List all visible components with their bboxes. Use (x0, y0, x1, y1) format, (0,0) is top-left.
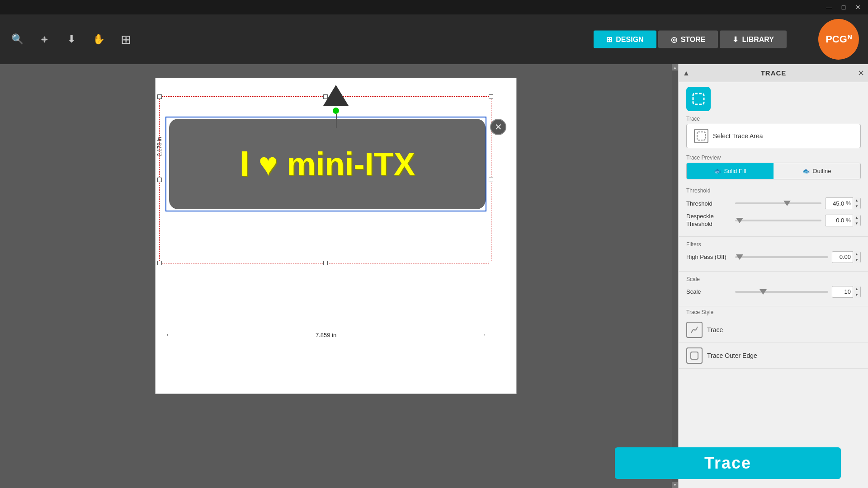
scale-thumb[interactable] (760, 289, 767, 295)
rotate-line (336, 114, 337, 128)
handle-tl[interactable] (157, 94, 162, 99)
scale-section-label: Scale (686, 276, 861, 282)
canvas-area: 2.178 in I ♥ mini-ITX ✕ ← 7.859 in (0, 64, 678, 488)
handle-tr[interactable] (489, 94, 493, 99)
scroll-up-button[interactable]: ▲ (672, 64, 678, 70)
image-close-button[interactable]: ✕ (490, 119, 506, 135)
rotate-handle[interactable] (333, 108, 339, 114)
hand-nav-button[interactable]: ✋ (89, 29, 108, 49)
search-icon: 🔍 (11, 33, 24, 45)
panel-collapse-button[interactable]: ▲ (683, 69, 690, 77)
tab-store[interactable]: ◎ STORE (658, 31, 718, 48)
high-pass-up-button[interactable]: ▲ (853, 251, 860, 257)
trace-button[interactable]: Trace (615, 447, 841, 479)
despeckle-unit: % (846, 217, 853, 224)
threshold-value-box: 45.0 % ▲ ▼ (825, 197, 861, 209)
main-area: 2.178 in I ♥ mini-ITX ✕ ← 7.859 in (0, 64, 868, 488)
threshold-down-button[interactable]: ▼ (853, 203, 860, 209)
nav-tabs: ⊞ DESIGN ◎ STORE ⬇ LIBRARY (594, 31, 787, 48)
high-pass-label: High Pass (Off) (686, 253, 731, 260)
scale-row: Scale 10 ▲ ▼ (686, 286, 861, 298)
trace-dashed-square-icon (691, 92, 706, 106)
scroll-down-button[interactable]: ▼ (672, 482, 678, 488)
scale-slider[interactable] (735, 287, 828, 296)
trace-section-label: Trace (679, 113, 868, 124)
trace-preview-label: Trace Preview (679, 152, 868, 163)
filters-section: Filters High Pass (Off) 0.00 ▲ ▼ (679, 237, 868, 272)
despeckle-value-box: 0.0 % ▲ ▼ (825, 215, 861, 226)
trace-style-outer-edge[interactable]: Trace Outer Edge (679, 343, 868, 369)
high-pass-value-box: 0.00 ▲ ▼ (832, 251, 861, 263)
threshold-up-button[interactable]: ▲ (853, 197, 860, 203)
tab-library[interactable]: ⬇ LIBRARY (720, 31, 787, 48)
trace-style-trace[interactable]: Trace (679, 317, 868, 343)
svg-rect-1 (697, 132, 705, 140)
threshold-track (735, 202, 821, 204)
panel-close-button[interactable]: ✕ (858, 68, 864, 78)
handle-br[interactable] (489, 261, 493, 265)
left-arrow-icon: ← (165, 331, 173, 339)
threshold-value: 45.0 (826, 200, 846, 207)
vertical-scrollbar[interactable]: ▲ ▼ (672, 64, 678, 488)
handle-bl[interactable] (157, 261, 162, 265)
pcgn-logo: PCGᴺ (818, 19, 859, 60)
add-icon: ⊞ (121, 32, 131, 47)
trace-area-icon (694, 129, 708, 143)
svg-rect-2 (691, 352, 698, 359)
hand-icon: ✋ (93, 33, 105, 45)
scale-up-button[interactable]: ▲ (853, 286, 860, 292)
despeckle-up-button[interactable]: ▲ (853, 215, 860, 221)
panel-title: TRACE (761, 69, 787, 77)
handle-bm[interactable] (323, 261, 328, 265)
zoom-nav-button[interactable]: ⌖ (34, 29, 54, 49)
threshold-section: Threshold Threshold 45.0 % ▲ (679, 183, 868, 237)
trace-style-outer-edge-icon (686, 347, 703, 364)
navbar: 🔍 ⌖ ⬇ ✋ ⊞ ⊞ DESIGN ◎ STORE ⬇ LIBRARY PCG… (0, 14, 868, 64)
close-button[interactable]: ✕ (852, 2, 864, 12)
high-pass-slider[interactable] (735, 253, 828, 262)
solid-fill-icon: 🐟 (714, 168, 721, 174)
search-nav-button[interactable]: 🔍 (7, 29, 27, 49)
despeckle-down-button[interactable]: ▼ (853, 221, 860, 226)
high-pass-thumb[interactable] (736, 254, 743, 260)
trace-preview-row: 🐟 Solid Fill 🐟 Outline (686, 163, 861, 179)
threshold-thumb[interactable] (783, 201, 791, 206)
zoom-icon: ⌖ (41, 33, 48, 47)
maximize-button[interactable]: □ (837, 2, 850, 12)
outline-button[interactable]: 🐟 Outline (774, 163, 860, 179)
import-icon: ⬇ (67, 33, 75, 45)
threshold-label: Threshold (686, 200, 731, 207)
outline-icon: 🐟 (802, 168, 810, 174)
select-trace-area-button[interactable]: Select Trace Area (686, 124, 861, 148)
width-dimension: ← 7.859 in → (165, 330, 486, 339)
add-nav-button[interactable]: ⊞ (116, 29, 136, 49)
scale-section: Scale Scale 10 ▲ ▼ (679, 272, 868, 306)
despeckle-label: DespeckleThreshold (686, 213, 731, 228)
threshold-section-label: Threshold (686, 188, 861, 194)
tab-design[interactable]: ⊞ DESIGN (594, 31, 656, 48)
scale-value: 10 (832, 288, 853, 295)
store-icon: ◎ (671, 35, 677, 44)
solid-fill-button[interactable]: 🐟 Solid Fill (687, 163, 774, 179)
move-handle[interactable] (323, 85, 349, 106)
high-pass-down-button[interactable]: ▼ (853, 257, 860, 263)
handle-mr[interactable] (489, 178, 493, 182)
titlebar: — □ ✕ (0, 0, 868, 14)
despeckle-thumb[interactable] (736, 218, 743, 223)
canvas-paper: 2.178 in I ♥ mini-ITX ✕ ← 7.859 in (155, 78, 517, 394)
despeckle-spinners: ▲ ▼ (853, 215, 860, 226)
scale-track (735, 291, 828, 293)
high-pass-track (735, 256, 828, 258)
high-pass-row: High Pass (Off) 0.00 ▲ ▼ (686, 251, 861, 263)
import-nav-button[interactable]: ⬇ (61, 29, 81, 49)
despeckle-slider[interactable] (735, 216, 821, 225)
threshold-slider[interactable] (735, 199, 821, 208)
scale-down-button[interactable]: ▼ (853, 292, 860, 298)
minimize-button[interactable]: — (823, 2, 835, 12)
threshold-row: Threshold 45.0 % ▲ ▼ (686, 197, 861, 209)
handle-ml[interactable] (157, 178, 162, 182)
image-text: I ♥ mini-ITX (240, 143, 415, 185)
right-arrow-icon: → (479, 331, 486, 339)
filters-label: Filters (686, 241, 861, 248)
dashed-rect-icon (696, 131, 706, 141)
